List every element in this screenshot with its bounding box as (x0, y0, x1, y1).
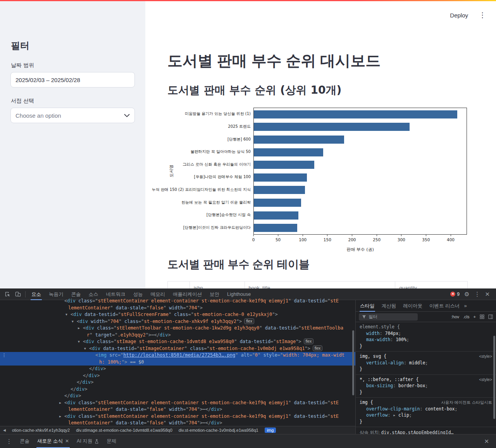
error-count-badge[interactable]: ✕ 9 (450, 292, 460, 297)
code-token: stE (330, 414, 339, 419)
store-select[interactable]: Choose an option (10, 108, 135, 123)
styles-tab[interactable]: 계산됨 (378, 300, 400, 312)
styles-filter-input[interactable]: 필터 (359, 313, 418, 321)
breadcrumb-item[interactable]: img (265, 427, 276, 433)
pseudo-state-button[interactable]: :hov (451, 314, 459, 319)
inherited-from-link[interactable]: div.stApp.stAppEmbeddingId… (381, 430, 454, 434)
elements-tree-node[interactable]: </div> (0, 372, 355, 379)
devtools-menu-kebab-icon[interactable]: ⋮ (474, 291, 480, 297)
elements-tree-node[interactable]: </div> (0, 379, 355, 386)
rule-selector[interactable]: img { (360, 399, 373, 406)
elements-tree-node[interactable]: ▼<div data-testid="stFullScreenFrame" cl… (0, 311, 355, 318)
code-token: class (122, 319, 138, 324)
elements-tree-node[interactable]: ▼<div class="stImage st-emotion-cache-1d… (0, 338, 355, 345)
rule-selector[interactable]: img, svg { (360, 353, 386, 360)
tree-disclosure-open-icon[interactable]: ▼ (72, 318, 77, 325)
styles-tab[interactable]: 스타일 (356, 300, 378, 312)
elements-tree-node[interactable]: </div> (0, 386, 355, 393)
styles-tab[interactable]: 이벤트 리스너 (426, 300, 463, 312)
css-property[interactable]: max-width: 100%; (360, 336, 492, 343)
node-more-actions-icon[interactable]: ⋮ (2, 352, 6, 359)
styles-scrollbar[interactable] (493, 336, 495, 419)
elements-tree-selected-node[interactable]: ⋮<img src="http://localhost:8501/media/2… (0, 352, 355, 359)
computed-panel-toggle-icon[interactable] (488, 314, 493, 319)
css-property[interactable]: box-sizing: border-box; (360, 383, 492, 389)
app-menu-kebab-icon[interactable]: ⋮ (479, 12, 486, 19)
elements-scrollbar[interactable] (352, 330, 354, 395)
date-range-input[interactable]: 2025/02/03 – 2025/02/28 (10, 72, 135, 88)
devtools-close-icon[interactable]: ✕ (485, 291, 490, 297)
css-property[interactable]: width: 704px; (360, 330, 492, 337)
code-token: st-emotion-cache-xhkv9f e1yh3qqy2 (144, 319, 236, 324)
rule-selector[interactable]: element.style { (360, 324, 400, 330)
rule-origin-link[interactable]: <style> (479, 353, 492, 360)
elements-tree-node[interactable]: ▼<div width="704" class="st-emotion-cach… (0, 318, 355, 325)
tree-disclosure-open-icon[interactable]: ▼ (84, 345, 89, 352)
code-token: =" (204, 346, 209, 351)
code-token: =" (138, 319, 144, 324)
elements-tree-node[interactable]: ▼<div data-testid="stImageContainer" cla… (0, 345, 355, 352)
rule-selector[interactable]: *, ::before, ::after { (360, 376, 418, 383)
shorthand-expand-icon[interactable]: ▸ (393, 412, 398, 418)
grid-editor-icon[interactable] (480, 314, 484, 319)
css-property-value: middle (409, 360, 425, 366)
table-column-header[interactable]: quantity (395, 282, 467, 288)
elements-tree-node[interactable]: lementContainer" data-stale="false" widt… (0, 305, 355, 312)
elements-tree-node[interactable]: ▶<div class="stElementContainer element-… (0, 413, 355, 420)
elements-tree-node[interactable]: lementContainer" data-stale="false" widt… (0, 406, 355, 413)
tree-disclosure-closed-icon[interactable]: ▶ (78, 325, 83, 332)
pseudo-state-button[interactable]: + (474, 314, 476, 319)
code-token: stElementToolbar st-emotion-cache-1kw2d9… (117, 325, 259, 331)
elements-tree-node[interactable]: <div class="stElementContainer element-c… (0, 298, 355, 305)
breadcrumb-item[interactable]: otion-cache-xhkv9f.e1yh3qqy2 (12, 428, 70, 433)
elements-tree-node[interactable]: ▶<div class="stElementContainer element-… (0, 400, 355, 407)
elements-tree-node[interactable]: ▶<div class="stElementToolbar st-emotion… (0, 325, 355, 332)
elements-tree-node[interactable]: </div> (0, 366, 355, 372)
code-token: lementContainer (68, 407, 110, 412)
code-token: "> (197, 420, 202, 426)
breadcrumb-item[interactable]: div.st-emotion-cache-1v0mbdj.e1wa958q1 (179, 428, 258, 433)
css-property[interactable]: vertical-align: middle; (360, 360, 492, 366)
elements-tree-node[interactable]: lementContainer" data-stale="false" widt… (0, 420, 355, 426)
more-tabs-icon[interactable]: » (464, 303, 467, 309)
drawer-close-icon[interactable]: ✕ (480, 438, 493, 445)
tick-label: 400 (447, 237, 455, 242)
tree-disclosure-open-icon[interactable]: ▼ (65, 311, 71, 318)
drawer-menu-kebab-icon[interactable]: ⋮ (3, 438, 15, 445)
flex-badge[interactable]: flex (244, 318, 254, 324)
pseudo-state-button[interactable]: .cls (463, 314, 470, 319)
tree-disclosure-closed-icon[interactable]: ▶ (59, 413, 64, 420)
code-token: ⋯ (203, 420, 205, 426)
settings-gear-icon[interactable]: ⚙ (464, 291, 469, 297)
tree-disclosure-open-icon[interactable]: ▼ (78, 338, 83, 345)
table-column-header[interactable] (168, 282, 190, 288)
elements-tree-node[interactable]: r" target=".e1yh3qqy2">⋯</div> (0, 332, 355, 339)
flex-badge[interactable]: flex (304, 338, 314, 344)
code-token: stElementToolba (301, 325, 343, 331)
tree-disclosure-closed-icon[interactable]: ▶ (59, 400, 64, 407)
rule-origin-link[interactable]: 사용자 에이전트 스타일시트 (441, 399, 492, 406)
elements-tree-selected-node[interactable]: h: 100%;"> == $0 (0, 359, 355, 366)
css-property[interactable]: overflow-clip-margin: content-box; (360, 406, 492, 412)
elements-tree-node[interactable]: </div> (0, 393, 355, 400)
breadcrumb-item[interactable]: div.stImage.st-emotion-cache-1dvmtd8.e1w… (76, 428, 172, 433)
deploy-button[interactable]: Deploy (450, 12, 468, 19)
drawer-tab-close-icon[interactable]: ✕ (65, 434, 69, 448)
breadcrumb-scroll-left-icon[interactable]: ◀ (3, 428, 6, 432)
table-column-header[interactable]: isbn (190, 282, 245, 288)
chart-category-label: 미움받을 용기가 있는 당신을 위한 (1) (185, 111, 251, 117)
code-token: =" (183, 407, 188, 412)
css-property-name: box-sizing (366, 383, 393, 388)
beaker-icon (95, 439, 99, 444)
drawer-tab[interactable]: 콘솔 (16, 434, 33, 448)
drawer-tab[interactable]: 새로운 소식✕ (33, 434, 73, 448)
styles-tab[interactable]: 레이아웃 (400, 300, 426, 312)
table-column-header[interactable]: book_title (245, 282, 396, 288)
code-token: > (219, 407, 222, 412)
drawer-tab[interactable]: AI 지원 (73, 434, 103, 448)
rule-origin-link[interactable]: <style> (479, 376, 492, 383)
code-token: false (150, 420, 164, 426)
flex-badge[interactable]: flex (313, 345, 323, 351)
drawer-tab[interactable]: 문제 (103, 434, 120, 448)
css-property[interactable]: overflow: ▸ clip; (360, 412, 492, 419)
